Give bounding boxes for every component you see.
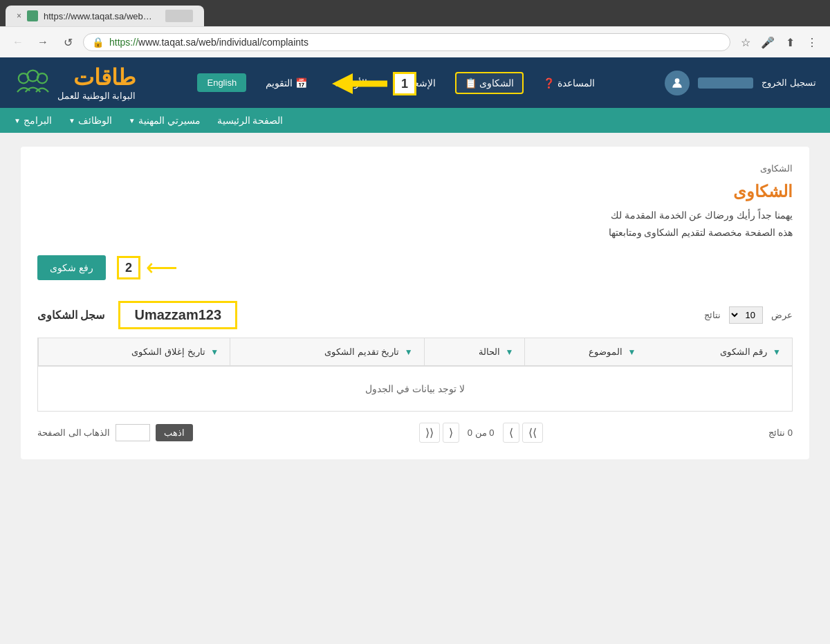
- user-name-blurred: [698, 77, 753, 89]
- back-button[interactable]: ←: [8, 33, 28, 52]
- active-tab[interactable]: × https://www.taqat.sa/web/in...: [6, 6, 204, 26]
- subnav-jobs[interactable]: الوظائف ▼: [68, 115, 112, 126]
- browser-tabs: × https://www.taqat.sa/web/in...: [0, 6, 830, 26]
- next-page-button[interactable]: ⟩: [503, 423, 519, 443]
- star-button[interactable]: ☆: [736, 33, 755, 52]
- page-desc-line1: يهمنا جداً رأيك ورضاك عن الخدمة المقدمة …: [37, 207, 793, 224]
- page-info: 0 من 0: [462, 427, 500, 438]
- share-button[interactable]: ⬆: [780, 33, 800, 52]
- page-desc-line2: هذه الصفحة مخصصة لتقديم الشكاوى ومتابعته…: [37, 224, 793, 241]
- no-data-row: لا توجد بيانات في الجدول: [39, 366, 793, 411]
- complaints-icon: 📋: [465, 77, 477, 89]
- annotation-2-group: 2 ⟵: [117, 256, 178, 279]
- goto-input[interactable]: [116, 424, 150, 441]
- user-avatar: [665, 71, 690, 95]
- records-per-page-select[interactable]: 10 25 50: [729, 306, 763, 324]
- sub-nav: الصفحة الرئيسية مسيرتي المهنية ▼ الوظائف…: [0, 108, 830, 133]
- toolbar-icons: ☆ 🎤 ⬆ ⋮: [736, 33, 822, 52]
- last-page-button[interactable]: ⟩⟩: [522, 423, 543, 443]
- filter-icon-3[interactable]: ▼: [506, 347, 514, 357]
- subnav-career-label: مسيرتي المهنية: [138, 115, 201, 126]
- goto-button[interactable]: اذهب: [156, 424, 193, 441]
- arrow-1: [332, 73, 387, 94]
- help-label: المساعدة: [557, 77, 595, 89]
- url-https: https://: [109, 37, 138, 48]
- nav-help[interactable]: المساعدة ❓: [535, 73, 603, 93]
- forward-button[interactable]: →: [33, 33, 53, 52]
- records-section: عرض 10 25 50 نتائج Umazzam123 سجل الشكاو…: [37, 301, 793, 443]
- complaints-table-container: ▼ رقم الشكوى ▼ الموضوع ▼ الحالة: [37, 338, 793, 412]
- results-label: نتائج: [704, 310, 721, 320]
- first-page-button[interactable]: ⟨⟨: [419, 423, 440, 443]
- help-icon: ❓: [543, 77, 555, 89]
- filter-icon-2[interactable]: ▼: [627, 347, 636, 357]
- complaints-label: الشكاوى: [479, 77, 514, 89]
- menu-button[interactable]: ⋮: [802, 33, 822, 52]
- col-label-3: الحالة: [479, 347, 500, 357]
- col-label-4: تاريخ تقديم الشكوى: [324, 347, 399, 357]
- calendar-label: التقويم: [266, 77, 293, 89]
- subnav-home-label: الصفحة الرئيسية: [217, 115, 284, 126]
- col-complaint-number: ▼ رقم الشكوى: [647, 338, 792, 366]
- result-count: 0 نتائج: [768, 427, 793, 438]
- address-bar[interactable]: 🔒 https://www.taqat.sa/web/individual/co…: [83, 33, 730, 51]
- nav-calendar[interactable]: 📅 التقويم: [257, 73, 315, 93]
- col-submit-date: ▼ تاريخ تقديم الشكوى: [230, 338, 425, 366]
- filter-icon-1[interactable]: ▼: [773, 347, 781, 357]
- filter-icon-5[interactable]: ▼: [210, 347, 219, 357]
- arrow-2: ⟵: [146, 257, 178, 279]
- english-button[interactable]: English: [197, 73, 246, 92]
- subnav-career[interactable]: مسيرتي المهنية ▼: [129, 115, 201, 126]
- content-card: الشكاوى الشكاوى يهمنا جداً رأيك ورضاك عن…: [21, 147, 809, 459]
- nav-complaints[interactable]: الشكاوى 📋: [455, 72, 524, 94]
- logo-area: طاقات البوابة الوطنية للعمل: [14, 64, 136, 101]
- user-area: تسجيل الخروج: [665, 71, 816, 95]
- username-annotation: Umazzam123: [118, 301, 237, 329]
- annotation-1-group: 1: [332, 72, 416, 95]
- subnav-programs[interactable]: البرامج ▼: [14, 115, 52, 126]
- tab-url: https://www.taqat.sa/web/in...: [44, 11, 154, 21]
- records-right: Umazzam123 سجل الشكاوى: [37, 301, 237, 329]
- step-1-box: 1: [393, 72, 416, 95]
- col-label-1: رقم الشكوى: [720, 347, 768, 357]
- step-2-box: 2: [117, 256, 140, 279]
- logo-subtitle: البوابة الوطنية للعمل: [57, 91, 136, 101]
- subnav-jobs-label: الوظائف: [78, 115, 112, 126]
- table-header: ▼ رقم الشكوى ▼ الموضوع ▼ الحالة: [39, 338, 793, 366]
- col-label-2: الموضوع: [589, 347, 622, 357]
- jobs-dropdown-icon: ▼: [68, 117, 75, 125]
- breadcrumb: الشكاوى: [37, 163, 793, 174]
- prev-page-button[interactable]: ⟨: [443, 423, 459, 443]
- url-path: /web/individual/complaints: [196, 37, 308, 48]
- career-dropdown-icon: ▼: [129, 117, 136, 125]
- col-subject: ▼ الموضوع: [525, 338, 647, 366]
- logout-link[interactable]: تسجيل الخروج: [762, 77, 816, 88]
- raise-complaint-button[interactable]: رفع شكوى: [37, 255, 106, 280]
- no-data-message: لا توجد بيانات في الجدول: [39, 366, 793, 411]
- url-domain: www.taqat.sa: [138, 37, 196, 48]
- mic-button[interactable]: 🎤: [758, 33, 777, 52]
- col-close-date: ▼ تاريخ إغلاق الشكوى: [39, 338, 230, 366]
- show-label: عرض: [771, 310, 793, 320]
- col-status: ▼ الحالة: [424, 338, 525, 366]
- main-content: الشكاوى الشكاوى يهمنا جداً رأيك ورضاك عن…: [0, 133, 830, 473]
- browser-toolbar: ← → ↺ 🔒 https://www.taqat.sa/web/individ…: [0, 26, 830, 57]
- page-title: الشكاوى: [37, 182, 793, 201]
- complaint-action-area: رفع شكوى 2 ⟵: [37, 255, 793, 280]
- logo-arabic: طاقات البوابة الوطنية للعمل: [14, 64, 136, 101]
- lock-icon: 🔒: [92, 37, 104, 48]
- header-row: ▼ رقم الشكوى ▼ الموضوع ▼ الحالة: [39, 338, 793, 366]
- tab-close-btn[interactable]: ×: [17, 11, 21, 21]
- tab-favicon: [27, 10, 38, 21]
- programs-dropdown-icon: ▼: [14, 117, 21, 125]
- subnav-home[interactable]: الصفحة الرئيسية: [217, 115, 284, 126]
- refresh-button[interactable]: ↺: [58, 33, 77, 52]
- tab-favicon2: [165, 10, 193, 22]
- records-header: عرض 10 25 50 نتائج Umazzam123 سجل الشكاو…: [37, 301, 793, 329]
- url-display: https://www.taqat.sa/web/individual/comp…: [109, 37, 721, 48]
- svg-point-0: [675, 78, 680, 83]
- records-left: عرض 10 25 50 نتائج: [704, 306, 793, 324]
- complaints-table: ▼ رقم الشكوى ▼ الموضوع ▼ الحالة: [38, 338, 792, 411]
- filter-icon-4[interactable]: ▼: [405, 347, 413, 357]
- logo-text: طاقات البوابة الوطنية للعمل: [57, 64, 136, 101]
